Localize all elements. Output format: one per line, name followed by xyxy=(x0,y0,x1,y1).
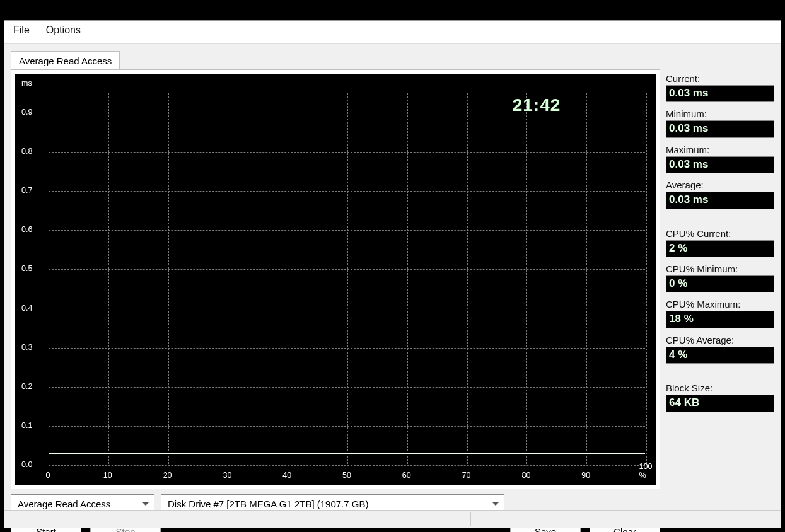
chart-gridline-h xyxy=(49,230,645,231)
chart-gridline-v xyxy=(467,93,468,464)
chart-gridline-h xyxy=(49,191,645,192)
chart-x-tick-label: 30 xyxy=(223,471,231,480)
value-cpu-maximum: 18 % xyxy=(666,311,774,328)
chart-x-tick-label: 70 xyxy=(462,471,471,480)
chart-gridline-v xyxy=(168,93,169,464)
chart-x-tick-label: 40 xyxy=(282,471,291,480)
drive-selected: Disk Drive #7 [2TB MEGA G1 2TB] (1907.7 … xyxy=(168,499,368,509)
chart-y-unit: ms xyxy=(21,79,32,88)
chart-gridline-h xyxy=(49,152,645,153)
chart-y-tick-label: 0.7 xyxy=(21,186,32,195)
chart-gridline-v xyxy=(228,93,228,464)
menubar: File Options xyxy=(4,21,781,41)
chart-y-tick-label: 0.0 xyxy=(21,460,32,469)
chart-x-tick-label: 90 xyxy=(581,471,590,480)
app-window: File Options Average Read Access ms0.00.… xyxy=(4,20,781,528)
chart-y-tick-label: 0.8 xyxy=(21,147,32,156)
label-cpu-current: CPU% Current: xyxy=(666,228,774,239)
value-cpu-average: 4 % xyxy=(666,347,774,364)
value-minimum: 0.03 ms xyxy=(666,120,774,137)
tabstrip: Average Read Access xyxy=(11,50,120,70)
chart-gridline-h xyxy=(49,269,645,270)
stats-panel: Current: 0.03 ms Minimum: 0.03 ms Maximu… xyxy=(666,73,774,412)
chart-y-tick-label: 0.4 xyxy=(21,304,32,313)
tab-page: ms0.00.10.20.30.40.50.60.70.80.901020304… xyxy=(11,69,660,489)
client-area: Average Read Access ms0.00.10.20.30.40.5… xyxy=(4,43,781,528)
chart-gridline-v xyxy=(407,93,408,464)
chart-gridline-h xyxy=(49,348,645,349)
chart-gridline-v xyxy=(526,93,527,464)
chart-gridline-v xyxy=(586,93,587,464)
chart-gridline-h xyxy=(49,465,645,466)
value-block-size: 64 KB xyxy=(666,395,774,412)
menu-file[interactable]: File xyxy=(11,23,32,37)
label-average: Average: xyxy=(666,180,774,190)
statusbar-separator xyxy=(470,512,471,526)
menu-options[interactable]: Options xyxy=(44,23,83,37)
value-cpu-minimum: 0 % xyxy=(666,275,774,292)
value-average: 0.03 ms xyxy=(666,192,774,209)
chart-data-line xyxy=(49,453,645,454)
chart-x-tick-label: 0 xyxy=(46,471,50,480)
chart-x-tick-label: 60 xyxy=(402,471,411,480)
label-cpu-maximum: CPU% Maximum: xyxy=(666,299,774,309)
chart-plot-area xyxy=(48,93,646,465)
chart-gridline-h xyxy=(49,309,645,309)
chart-x-tick-label: 80 xyxy=(521,471,530,480)
chart-y-tick-label: 0.6 xyxy=(21,225,32,234)
chart-gridline-v xyxy=(347,93,348,464)
chart-gridline-h xyxy=(49,387,645,388)
value-current: 0.03 ms xyxy=(666,85,774,102)
chart-gridline-v xyxy=(108,93,109,464)
chart: ms0.00.10.20.30.40.50.60.70.80.901020304… xyxy=(15,74,656,485)
label-maximum: Maximum: xyxy=(666,144,774,155)
label-minimum: Minimum: xyxy=(666,108,774,119)
test-type-selected: Average Read Access xyxy=(18,499,110,509)
chevron-down-icon xyxy=(142,502,149,506)
tab-average-read-access[interactable]: Average Read Access xyxy=(11,51,120,71)
chart-y-tick-label: 0.9 xyxy=(21,108,32,117)
chart-x-tick-label: 100 % xyxy=(639,462,653,480)
status-bar xyxy=(4,510,781,528)
label-current: Current: xyxy=(666,73,774,84)
value-cpu-current: 2 % xyxy=(666,240,774,257)
chart-gridline-v xyxy=(646,93,647,464)
chart-y-tick-label: 0.5 xyxy=(21,264,32,273)
chart-y-tick-label: 0.1 xyxy=(21,421,32,430)
chart-gridline-v xyxy=(49,93,49,464)
chart-gridline-v xyxy=(288,93,288,464)
chart-x-tick-label: 10 xyxy=(103,471,112,480)
chart-elapsed-time: 21:42 xyxy=(513,95,561,115)
chart-y-tick-label: 0.2 xyxy=(21,382,32,391)
chevron-down-icon xyxy=(492,502,499,506)
chart-x-tick-label: 20 xyxy=(163,471,172,480)
value-maximum: 0.03 ms xyxy=(666,156,774,173)
chart-gridline-h xyxy=(49,426,645,427)
label-cpu-average: CPU% Average: xyxy=(666,335,774,345)
chart-x-tick-label: 50 xyxy=(342,471,351,480)
chart-y-tick-label: 0.3 xyxy=(21,343,32,352)
label-cpu-minimum: CPU% Minimum: xyxy=(666,263,774,274)
label-block-size: Block Size: xyxy=(666,383,774,393)
